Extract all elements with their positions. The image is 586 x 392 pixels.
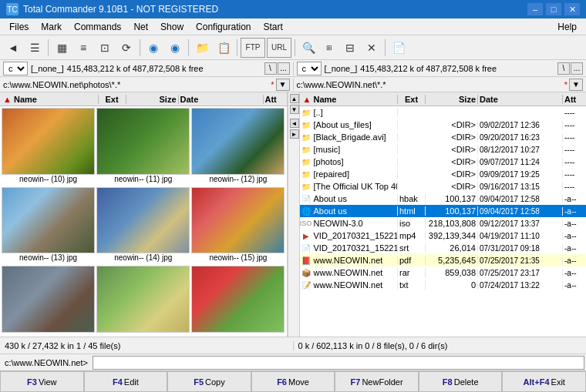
file-row-music[interactable]: 📁 [music] <DIR> 08/12/2017 10:27 ---- bbox=[300, 143, 587, 156]
file-row-neowin-iso[interactable]: ISO NEOWIN-3.0 iso 218,103,808 09/12/201… bbox=[300, 217, 587, 230]
right-file-list[interactable]: 📁 [..] ---- 📁 [About us_files] <DIR> 09/… bbox=[300, 106, 587, 337]
copy-button[interactable]: 📋 bbox=[214, 38, 234, 58]
thumb-item-16[interactable] bbox=[2, 266, 95, 335]
delete-btn[interactable]: ✕ bbox=[362, 38, 382, 58]
thumb-item-14[interactable]: neowin-- (14) jpg bbox=[96, 187, 190, 265]
menu-help[interactable]: Help bbox=[551, 20, 583, 34]
scroll-down-btn[interactable]: ▼ bbox=[290, 105, 299, 114]
toolbar: ◄ ☰ ▦ ≡ ⊡ ⟳ ◉ ◉ 📁 📋 FTP URL 🔍 ⊞ ⊟ ✕ 📄 bbox=[0, 35, 586, 60]
f6-move-button[interactable]: F6 Move bbox=[251, 371, 335, 392]
right-col-ext[interactable]: Ext bbox=[398, 95, 426, 104]
file-row-about-html[interactable]: 🌐 About us html 100,137 09/04/2017 12:58… bbox=[300, 205, 587, 217]
menu-mark[interactable]: Mark bbox=[35, 20, 68, 34]
detail-view-button[interactable]: ≡ bbox=[73, 38, 93, 58]
right-drive-select[interactable]: c bbox=[297, 62, 322, 75]
ftp-button[interactable]: FTP bbox=[241, 38, 265, 58]
cmd-input[interactable] bbox=[93, 356, 584, 370]
file-name-www-rar: www.NEOWIN.net bbox=[312, 268, 399, 277]
left-status: 430 k / 27,432 k in 1 / 45 file(s) bbox=[0, 341, 294, 350]
right-drive-next[interactable]: ... bbox=[571, 62, 583, 75]
file-date-12: 07/31/2017 09:18 bbox=[478, 244, 563, 253]
drive-list-button[interactable]: ☰ bbox=[25, 38, 45, 58]
thumb-item-11[interactable]: neowin-- (11) jpg bbox=[96, 108, 190, 186]
thumb-item-18[interactable] bbox=[191, 266, 285, 335]
command-bar: c:\www.NEOWIN.net> bbox=[0, 353, 586, 370]
file-attr-5: ---- bbox=[563, 158, 586, 166]
thumbnail-view-button[interactable]: ⊡ bbox=[95, 38, 115, 58]
file-row-vid-srt[interactable]: 📄 VID_20170321_152213 srt 26,014 07/31/2… bbox=[300, 242, 587, 254]
menu-files[interactable]: Files bbox=[3, 20, 35, 34]
compare-button[interactable]: ⊞ bbox=[320, 38, 338, 58]
file-size-dir-7: <DIR> bbox=[426, 182, 478, 191]
f8-delete-button[interactable]: F8 Delete bbox=[419, 371, 503, 392]
right-col-date[interactable]: Date bbox=[478, 95, 563, 104]
f5-copy-button[interactable]: F5 Copy bbox=[167, 371, 251, 392]
f7-newfolder-button[interactable]: F7 NewFolder bbox=[335, 371, 419, 392]
next-button[interactable]: ◉ bbox=[165, 38, 185, 58]
left-col-ext[interactable]: Ext bbox=[99, 95, 126, 104]
menu-start[interactable]: Start bbox=[257, 20, 288, 34]
left-path-expand[interactable]: ▼ bbox=[276, 79, 290, 91]
file-row-photos[interactable]: 📁 [photos] <DIR> 09/07/2017 11:24 ---- bbox=[300, 156, 587, 168]
minimize-button[interactable]: – bbox=[527, 3, 543, 15]
left-drive-next[interactable]: ... bbox=[278, 62, 290, 75]
left-drive-prev[interactable]: \ bbox=[264, 62, 277, 75]
right-drive-prev[interactable]: \ bbox=[557, 62, 570, 75]
menu-commands[interactable]: Commands bbox=[68, 20, 127, 34]
left-col-date[interactable]: Date bbox=[179, 95, 264, 104]
folder-button[interactable]: 📁 bbox=[192, 38, 212, 58]
search-button[interactable]: 🔍 bbox=[298, 38, 318, 58]
file-row-www-pdf[interactable]: 📕 www.NEOWIN.net pdf 5,235,645 07/25/201… bbox=[300, 254, 587, 266]
left-col-size[interactable]: Size bbox=[126, 95, 179, 104]
right-col-size[interactable]: Size bbox=[426, 95, 478, 104]
menu-show[interactable]: Show bbox=[154, 20, 190, 34]
back-button[interactable]: ◄ bbox=[3, 38, 23, 58]
path-bar: c:\www.NEOWIN.net\photos\*.* * ▼ c:\www.… bbox=[0, 77, 586, 92]
thumb-item-17[interactable] bbox=[96, 266, 190, 335]
right-col-attr[interactable]: Att bbox=[563, 95, 586, 104]
url-button[interactable]: URL bbox=[267, 38, 291, 58]
sync-button[interactable]: ⊟ bbox=[340, 38, 360, 58]
thumb-item-15[interactable]: neowin-- (15) jpg bbox=[191, 187, 285, 265]
file-size-dir-5: <DIR> bbox=[426, 157, 478, 166]
file-attr-4: ---- bbox=[563, 146, 586, 154]
file-size-12: 26,014 bbox=[426, 243, 478, 253]
scroll-left-btn[interactable]: ◄ bbox=[290, 119, 299, 128]
thumb-item-12[interactable]: neowin-- (12) jpg bbox=[191, 108, 285, 186]
file-row-parent[interactable]: 📁 [..] ---- bbox=[300, 106, 587, 119]
maximize-button[interactable]: □ bbox=[546, 3, 561, 15]
scroll-right-btn[interactable]: ► bbox=[290, 129, 299, 139]
menu-configuration[interactable]: Configuration bbox=[190, 20, 257, 34]
file-ext-11: mp4 bbox=[398, 231, 426, 240]
close-button[interactable]: ✕ bbox=[564, 3, 580, 15]
view-file-button[interactable]: 📄 bbox=[389, 38, 409, 58]
left-drive-select[interactable]: c bbox=[3, 62, 28, 75]
f4-edit-button[interactable]: F4 Edit bbox=[84, 371, 168, 392]
file-row-vid-mp4[interactable]: ▶ VID_20170321_152213 mp4 392,139,344 04… bbox=[300, 230, 587, 242]
menu-net[interactable]: Net bbox=[127, 20, 154, 34]
thumb-item-10[interactable]: neowin-- (10) jpg bbox=[2, 108, 95, 186]
file-row-www-txt[interactable]: 📝 www.NEOWIN.net txt 0 07/24/2017 13:22 … bbox=[300, 279, 587, 291]
file-row-black-brigade[interactable]: 📁 [Black_Brigade.avi] <DIR> 09/20/2017 1… bbox=[300, 131, 587, 143]
altf4-exit-button[interactable]: Alt+F4 Exit bbox=[502, 371, 586, 392]
file-size-dir-6: <DIR> bbox=[426, 169, 478, 179]
f3-view-button[interactable]: F3 View bbox=[0, 371, 84, 392]
file-row-www-rar[interactable]: 📦 www.NEOWIN.net rar 859,038 07/25/2017 … bbox=[300, 266, 587, 279]
right-col-name[interactable]: ▲ Name bbox=[300, 95, 399, 104]
scroll-up-btn[interactable]: ▲ bbox=[290, 94, 299, 103]
brief-view-button[interactable]: ▦ bbox=[52, 38, 72, 58]
thumb-item-13[interactable]: neowin-- (13) jpg bbox=[2, 187, 95, 265]
left-col-attr[interactable]: Att bbox=[264, 95, 287, 104]
toolbar-sep-6 bbox=[385, 39, 386, 56]
file-row-uk-top40[interactable]: 📁 [The Official UK Top 40 Single..] <DIR… bbox=[300, 180, 587, 193]
file-icon-14: 📦 bbox=[300, 269, 312, 277]
left-path-star: * bbox=[271, 80, 274, 89]
file-row-repaired[interactable]: 📁 [repaired] <DIR> 09/09/2017 19:25 ---- bbox=[300, 168, 587, 180]
prev-button[interactable]: ◉ bbox=[143, 38, 163, 58]
refresh-button[interactable]: ⟳ bbox=[116, 38, 136, 58]
right-path-expand[interactable]: ▼ bbox=[569, 79, 583, 91]
file-row-about-hbak[interactable]: 📄 About us hbak 100,137 09/04/2017 12:58… bbox=[300, 193, 587, 205]
left-col-name[interactable]: ▲ Name bbox=[0, 95, 99, 104]
file-attr-15: -a-- bbox=[563, 281, 586, 290]
file-row-about-files[interactable]: 📁 [About us_files] <DIR> 09/02/2017 12:3… bbox=[300, 119, 587, 131]
